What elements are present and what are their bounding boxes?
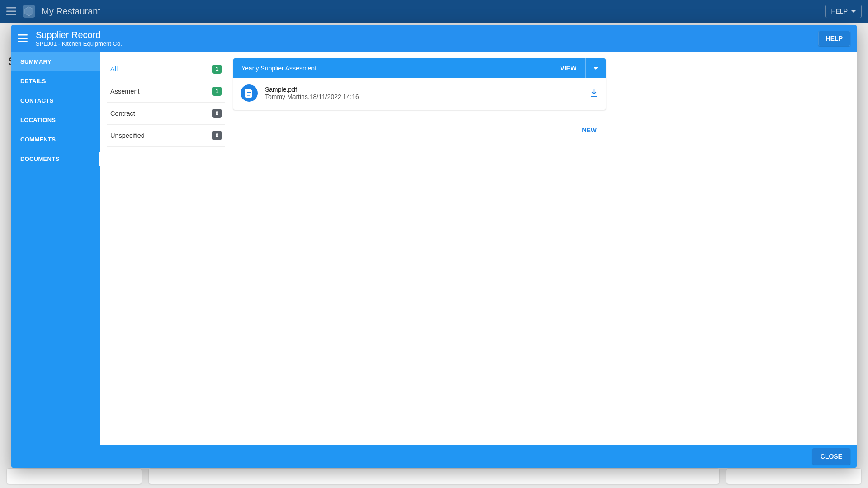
filter-count-badge: 0: [212, 131, 222, 140]
background-card: [6, 468, 142, 484]
hexagon-icon: [24, 6, 33, 16]
modal-help-button[interactable]: HELP: [818, 31, 850, 46]
document-card-header: Yearly Supplier Assesment VIEW: [233, 58, 606, 78]
download-icon: [590, 89, 599, 98]
file-name: Sample.pdf: [265, 86, 582, 93]
svg-rect-8: [247, 94, 251, 94]
chevron-down-icon: [594, 67, 598, 70]
sidebar-item-label: COMMENTS: [20, 136, 56, 143]
modal-menu-button[interactable]: [18, 34, 28, 42]
document-filter-list: All 1 Assement 1 Contract 0 Unspecified …: [107, 58, 225, 439]
filter-count-badge: 1: [212, 65, 222, 74]
app-title: My Restaurant: [42, 6, 100, 17]
sidebar-item-locations[interactable]: LOCATIONS: [11, 110, 100, 130]
svg-rect-4: [18, 34, 28, 35]
chevron-down-icon: [851, 10, 856, 13]
sidebar-item-label: LOCATIONS: [20, 117, 56, 123]
app-menu-button[interactable]: [6, 7, 16, 15]
sidebar-item-details[interactable]: DETAILS: [11, 71, 100, 91]
modal-content: All 1 Assement 1 Contract 0 Unspecified …: [100, 52, 857, 445]
document-card-title: Yearly Supplier Assesment: [233, 65, 551, 72]
svg-rect-9: [247, 95, 250, 96]
app-bar: My Restaurant HELP: [0, 0, 868, 23]
sidebar-item-label: CONTACTS: [20, 97, 54, 104]
file-icon: [241, 84, 258, 102]
modal-footer: CLOSE: [11, 445, 857, 468]
document-file-row: Sample.pdf Tommy Martins.18/11/2022 14:1…: [233, 78, 606, 110]
modal-title: Supplier Record: [36, 30, 122, 40]
new-document-row: NEW: [233, 118, 606, 136]
new-document-button[interactable]: NEW: [577, 124, 601, 136]
filter-item-assement[interactable]: Assement 1: [107, 80, 225, 103]
filter-label: Unspecified: [110, 132, 145, 139]
sidebar-item-contacts[interactable]: CONTACTS: [11, 91, 100, 110]
sidebar-item-documents[interactable]: DOCUMENTS: [11, 149, 100, 169]
filter-count-badge: 1: [212, 87, 222, 96]
filter-count-badge: 0: [212, 109, 222, 118]
svg-rect-10: [591, 96, 597, 97]
background-card: [148, 468, 720, 484]
hamburger-icon: [18, 34, 28, 42]
document-icon: [245, 89, 253, 98]
svg-rect-0: [6, 7, 16, 8]
svg-rect-1: [6, 11, 16, 12]
svg-rect-7: [247, 92, 251, 93]
filter-label: Contract: [110, 110, 135, 117]
app-logo: [23, 5, 35, 18]
modal-sidebar: SUMMARY DETAILS CONTACTS LOCATIONS COMME…: [11, 52, 100, 445]
sidebar-item-comments[interactable]: COMMENTS: [11, 130, 100, 149]
documents-column: Yearly Supplier Assesment VIEW: [233, 58, 606, 439]
file-meta: Tommy Martins.18/11/2022 14:16: [265, 93, 582, 100]
svg-marker-3: [25, 7, 33, 16]
modal-header: Supplier Record SPL001 - Kitchen Equipme…: [11, 25, 857, 52]
svg-rect-5: [18, 38, 28, 39]
sidebar-item-label: SUMMARY: [20, 58, 52, 65]
close-button[interactable]: CLOSE: [812, 448, 850, 465]
document-card: Yearly Supplier Assesment VIEW: [233, 58, 606, 110]
sidebar-item-label: DETAILS: [20, 78, 46, 84]
document-view-button[interactable]: VIEW: [551, 65, 585, 72]
hamburger-icon: [6, 7, 16, 15]
filter-item-contract[interactable]: Contract 0: [107, 103, 225, 125]
svg-rect-6: [18, 41, 28, 42]
filter-item-unspecified[interactable]: Unspecified 0: [107, 125, 225, 147]
filter-label: All: [110, 66, 118, 73]
sidebar-item-label: DOCUMENTS: [20, 155, 59, 162]
background-card: [726, 468, 862, 484]
svg-rect-2: [6, 14, 16, 15]
supplier-record-modal: Supplier Record SPL001 - Kitchen Equipme…: [11, 25, 857, 468]
app-help-button[interactable]: HELP: [825, 5, 862, 18]
document-more-button[interactable]: [586, 67, 606, 70]
modal-subtitle: SPL001 - Kitchen Equipment Co.: [36, 40, 122, 47]
app-help-label: HELP: [831, 8, 848, 15]
filter-label: Assement: [110, 88, 139, 95]
download-file-button[interactable]: [590, 89, 599, 98]
sidebar-item-summary[interactable]: SUMMARY: [11, 52, 100, 71]
filter-item-all[interactable]: All 1: [107, 58, 225, 80]
